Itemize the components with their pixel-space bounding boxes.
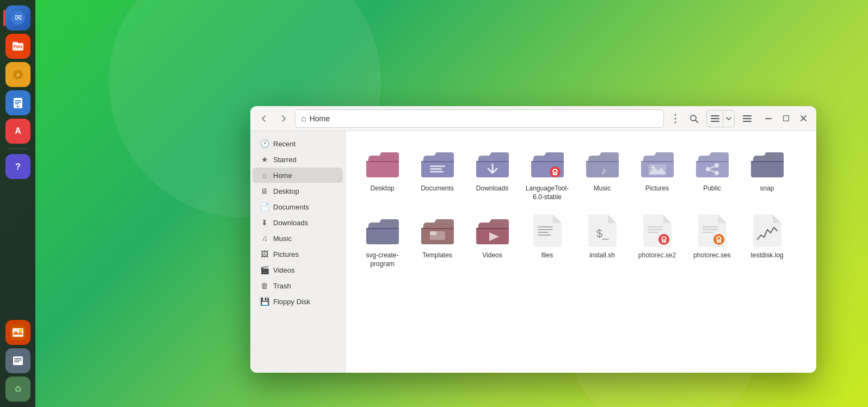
file-videos[interactable]: Videos [466,209,518,273]
svg-rect-57 [586,161,619,162]
sidebar-label-desktop: Desktop [273,187,299,195]
list-view-button[interactable] [707,110,723,127]
sidebar-item-trash[interactable]: 🗑 Trash [253,278,343,293]
file-svg-create[interactable]: svg-create-program [356,209,408,273]
public-folder-icon [695,146,730,181]
taskbar-email[interactable]: ✉ [5,5,30,30]
svg-rect-89 [703,232,713,233]
videos-label: Videos [482,251,502,260]
file-downloads[interactable]: Downloads [466,142,518,206]
files-file-label: files [541,251,553,260]
svg-rect-82 [648,229,663,230]
file-photorec-se2[interactable]: photorec.se2 [631,209,683,273]
file-photorec-ses[interactable]: photorec.ses [686,209,738,273]
trash-icon: 🗑 [260,281,269,290]
address-text: Home [310,114,330,123]
list-view-chevron[interactable] [723,110,734,127]
sidebar-item-recent[interactable]: 🕐 Recent [253,136,343,151]
clock-icon: 🕐 [260,139,269,148]
file-pictures[interactable]: Pictures [631,142,683,206]
file-snap[interactable]: snap [741,142,793,206]
taskbar-imgviewer[interactable] [5,320,30,345]
file-public[interactable]: Public [686,142,738,206]
pictures-folder-icon [640,146,675,181]
sidebar-item-home[interactable]: ⌂ Home [253,168,343,183]
taskbar-divider-1 [8,149,27,149]
sidebar: 🕐 Recent ★ Starred ⌂ Home 🖥 Desktop 📄 Do… [250,131,346,373]
forward-button[interactable] [275,110,292,127]
address-bar[interactable]: ⌂ Home [295,109,664,128]
sidebar-item-music[interactable]: ♫ Music [253,231,343,246]
svg-point-56 [554,173,555,174]
desktop-icon: 🖥 [260,187,269,195]
svg-rect-46 [366,161,399,162]
sidebar-label-documents: Documents [273,203,309,211]
sidebar-item-starred[interactable]: ★ Starred [253,152,343,167]
photorec-se2-label: photorec.se2 [638,251,676,260]
svg-text:✉: ✉ [14,13,21,22]
file-documents[interactable]: Documents [411,142,463,206]
svg-create-label: svg-create-program [359,251,406,268]
svg-text:♪: ♪ [16,72,19,78]
taskbar-trash[interactable]: ♻ [5,377,30,402]
svg-text:♪: ♪ [601,165,606,176]
svg-rect-69 [751,161,784,162]
file-music[interactable]: ♪ Music [576,142,628,206]
taskbar-audio[interactable]: ♪ [5,62,30,87]
floppy-icon: 💾 [260,297,269,306]
more-options-button[interactable] [667,110,684,127]
sidebar-item-pictures[interactable]: 🖼 Pictures [253,246,343,262]
taskbar-appstore[interactable]: A [5,119,30,144]
svg-rect-78 [538,232,549,233]
close-button[interactable] [796,111,811,126]
files-file-icon [530,213,565,248]
sidebar-label-videos: Videos [273,266,295,274]
templates-label: Templates [422,251,452,260]
pictures-label: Pictures [645,184,669,193]
sidebar-item-desktop[interactable]: 🖥 Desktop [253,183,343,199]
svg-rect-76 [538,226,553,227]
sidebar-item-videos[interactable]: 🎬 Videos [253,262,343,278]
back-button[interactable] [256,110,272,127]
sidebar-item-floppy[interactable]: 💾 Floppy Disk [253,294,343,309]
menu-button[interactable] [739,110,755,127]
downloads-icon: ⬇ [260,218,269,227]
desktop-folder-icon [365,146,400,181]
sidebar-item-documents[interactable]: 📄 Documents [253,199,343,214]
install-sh-label: install.sh [589,251,615,260]
maximize-button[interactable] [778,111,793,126]
svg-rect-38 [711,121,719,122]
file-install-sh[interactable]: $_ install.sh [576,209,628,273]
titlebar: ⌂ Home [250,106,816,131]
svg-rect-83 [648,232,658,233]
file-files[interactable]: files [521,209,573,273]
svg-rect-71 [421,228,454,229]
sidebar-label-home: Home [273,171,292,180]
file-templates[interactable]: Templates [411,209,463,273]
svg-rect-79 [538,235,551,236]
search-button[interactable] [686,110,702,127]
file-desktop[interactable]: Desktop [356,142,408,206]
taskbar-help[interactable]: ? [5,154,30,179]
svg-rect-70 [366,228,399,229]
sidebar-item-downloads[interactable]: ⬇ Downloads [253,215,343,230]
languagetool-folder-icon [530,146,565,181]
svg-rect-36 [711,115,719,116]
testdisk-log-label: testdisk.log [750,251,783,260]
taskbar-texteditor[interactable] [5,348,30,373]
svg-text:A: A [15,126,21,135]
minimize-button[interactable] [761,111,776,126]
taskbar-writer[interactable]: W [5,90,30,115]
svg-rect-50 [430,171,444,172]
file-testdisk-log[interactable]: testdisk.log [741,209,793,273]
sidebar-label-recent: Recent [273,140,296,148]
sidebar-label-floppy: Floppy Disk [273,298,310,306]
taskbar-files[interactable]: Files [5,34,30,59]
svg-point-31 [675,114,676,115]
svg-point-65 [715,163,719,168]
svg-rect-28 [14,361,20,362]
file-languagetool[interactable]: LanguageTool-6.0-stable [521,142,573,206]
svg-point-86 [663,240,664,242]
star-icon: ★ [260,155,269,164]
snap-folder-icon [750,146,785,181]
